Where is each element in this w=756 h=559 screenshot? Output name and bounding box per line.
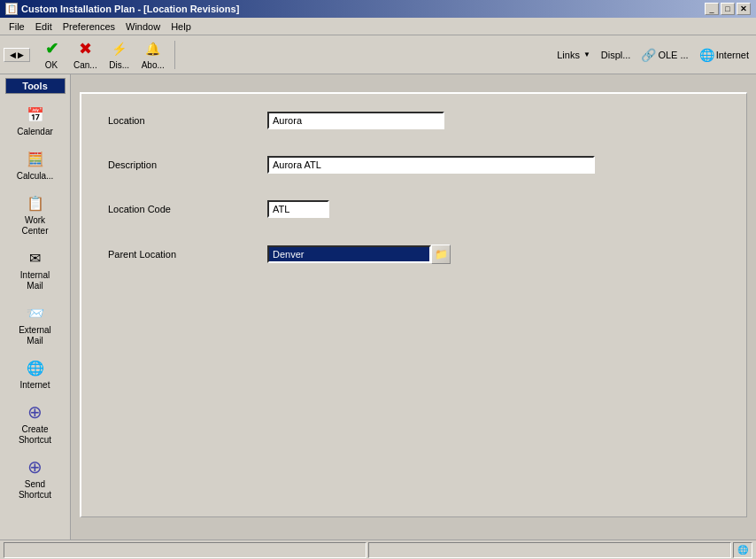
sidebar: Tools 📅 Calendar 🧮 Calcula... 📋 Work Cen…: [0, 74, 71, 540]
cancel-label: Can...: [73, 60, 97, 70]
form-window: Location Description Location Code Paren…: [80, 92, 747, 517]
title-text: Custom Installation Plan - [Location Rev…: [21, 4, 239, 14]
calculator-icon: 🧮: [25, 148, 46, 169]
sidebar-item-calculator[interactable]: 🧮 Calcula...: [7, 144, 64, 186]
status-pane-main: [4, 542, 366, 558]
sidebar-item-externalmail[interactable]: 📨 External Mail: [7, 298, 64, 351]
location-code-input[interactable]: [267, 200, 329, 218]
toolbar: ◀▶ ✔ OK ✖ Can... ⚡ Dis... 🔔 Abo... Links…: [0, 35, 756, 74]
internet-sidebar-icon: 🌐: [25, 357, 46, 378]
createshortcut-label: Create Shortcut: [19, 424, 51, 446]
internet-button[interactable]: 🌐 Internet: [696, 46, 752, 64]
location-input[interactable]: [267, 112, 444, 129]
location-code-row: Location Code: [108, 200, 720, 218]
menu-help[interactable]: Help: [166, 19, 197, 34]
internet-label: Internet: [716, 50, 749, 60]
location-label: Location: [108, 115, 267, 126]
disconnect-label: Dis...: [109, 60, 129, 70]
ole-label: OLE ...: [658, 50, 688, 60]
externalmail-icon: 📨: [25, 302, 46, 323]
sidebar-item-createshortcut[interactable]: ⊕ Create Shortcut: [7, 397, 64, 450]
calculator-label: Calcula...: [17, 171, 54, 182]
browse-icon: 📁: [435, 248, 448, 260]
globe-status-icon: 🌐: [737, 545, 748, 555]
title-bar: 📋 Custom Installation Plan - [Location R…: [0, 0, 756, 18]
internalmail-icon: ✉: [25, 247, 46, 268]
parent-location-wrapper: 📁: [267, 245, 451, 264]
sendshortcut-icon: ⊕: [25, 456, 46, 477]
ok-button[interactable]: ✔ OK: [35, 36, 67, 73]
display-button[interactable]: Displ...: [598, 48, 635, 62]
workcenter-icon: 📋: [25, 192, 46, 214]
ok-label: OK: [45, 60, 58, 70]
links-label: Links: [557, 50, 580, 60]
parent-location-row: Parent Location 📁: [108, 245, 720, 264]
cancel-icon: ✖: [75, 39, 95, 58]
display-label: Displ...: [601, 50, 631, 60]
ole-button[interactable]: 🔗 OLE ...: [637, 46, 691, 64]
sidebar-header: Tools: [5, 78, 66, 94]
maximize-button[interactable]: □: [721, 3, 735, 15]
menu-preferences[interactable]: Preferences: [58, 19, 120, 34]
calendar-label: Calendar: [17, 127, 53, 137]
internet-icon: 🌐: [699, 48, 714, 62]
externalmail-label: External Mail: [19, 325, 51, 346]
links-button[interactable]: Links ▼: [553, 48, 594, 62]
main-layout: Tools 📅 Calendar 🧮 Calcula... 📋 Work Cen…: [0, 74, 756, 540]
parent-location-input[interactable]: [267, 245, 431, 263]
sidebar-item-workcenter[interactable]: 📋 Work Center: [7, 188, 64, 241]
sidebar-item-sendshortcut[interactable]: ⊕ Send Shortcut: [7, 452, 64, 505]
cancel-button[interactable]: ✖ Can...: [69, 36, 102, 73]
disconnect-icon: ⚡: [110, 39, 129, 58]
abort-button[interactable]: 🔔 Abo...: [137, 36, 169, 73]
toolbar-separator: [174, 41, 175, 69]
sidebar-item-internet[interactable]: 🌐 Internet: [7, 353, 64, 395]
ok-icon: ✔: [42, 39, 61, 58]
location-code-label: Location Code: [108, 204, 267, 214]
description-label: Description: [108, 159, 267, 170]
status-pane-globe: 🌐: [733, 542, 752, 558]
minimize-button[interactable]: _: [705, 3, 719, 15]
parent-location-browse-button[interactable]: 📁: [431, 245, 451, 264]
sidebar-item-internalmail[interactable]: ✉ Internal Mail: [7, 243, 64, 296]
disconnect-button[interactable]: ⚡ Dis...: [104, 36, 135, 73]
status-pane-secondary: [368, 542, 731, 558]
location-row: Location: [108, 112, 720, 129]
menu-edit[interactable]: Edit: [30, 19, 58, 34]
internet-sidebar-label: Internet: [20, 380, 50, 391]
menu-file[interactable]: File: [4, 19, 30, 34]
sendshortcut-label: Send Shortcut: [19, 479, 51, 501]
menu-bar: File Edit Preferences Window Help: [0, 18, 756, 35]
close-button[interactable]: ✕: [737, 3, 751, 15]
status-bar: 🌐: [0, 540, 756, 559]
about-icon: 🔔: [143, 39, 163, 58]
workcenter-label: Work Center: [21, 215, 48, 237]
sidebar-item-calendar[interactable]: 📅 Calendar: [7, 99, 64, 142]
calendar-icon: 📅: [25, 104, 46, 125]
description-input[interactable]: [267, 156, 595, 174]
internalmail-label: Internal Mail: [20, 270, 50, 291]
description-row: Description: [108, 156, 720, 174]
abort-label: Abo...: [142, 60, 165, 70]
toolbar-right: Links ▼ Displ... 🔗 OLE ... 🌐 Internet: [553, 46, 752, 64]
menu-window[interactable]: Window: [120, 19, 166, 34]
title-bar-left: 📋 Custom Installation Plan - [Location R…: [5, 3, 239, 15]
parent-location-label: Parent Location: [108, 249, 267, 260]
title-bar-controls[interactable]: _ □ ✕: [705, 3, 751, 15]
links-arrow: ▼: [583, 50, 590, 58]
content-area: Location Description Location Code Paren…: [71, 74, 756, 540]
createshortcut-icon: ⊕: [25, 401, 46, 423]
app-icon: 📋: [5, 3, 18, 15]
ole-icon: 🔗: [641, 48, 656, 62]
